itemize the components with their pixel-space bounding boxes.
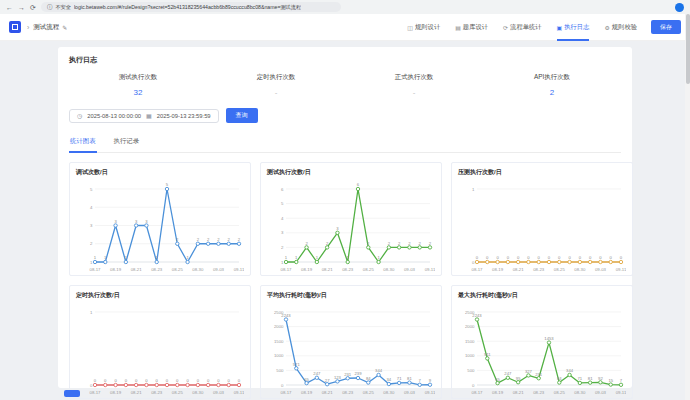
svg-text:2: 2 (90, 241, 93, 246)
site-info-icon[interactable]: ⓘ (47, 4, 53, 11)
svg-text:09-03: 09-03 (404, 389, 416, 394)
svg-text:08-19: 08-19 (301, 389, 313, 394)
metric-label: API执行次数 (483, 73, 621, 82)
svg-text:2243: 2243 (472, 312, 482, 317)
url-bar[interactable]: ⓘ 不安全 logic.betaweb.com/#/ruleDesign?sec… (41, 2, 341, 12)
page-scrollbar[interactable] (685, 14, 690, 400)
metric-value[interactable]: 2 (483, 88, 621, 97)
url-text: logic.betaweb.com/#/ruleDesign?secret=52… (74, 4, 301, 11)
query-button[interactable]: 查询 (226, 108, 258, 123)
svg-text:09-11: 09-11 (234, 389, 244, 394)
svg-text:0: 0 (90, 382, 93, 387)
svg-text:239: 239 (355, 371, 363, 376)
svg-text:2: 2 (228, 237, 231, 242)
scrollbar-thumb[interactable] (686, 14, 690, 84)
nav-item-rule-check[interactable]: ⚙ 规则校验 (604, 14, 637, 41)
refresh-icon: ⟳ (503, 24, 508, 31)
svg-text:08-21: 08-21 (322, 389, 334, 394)
svg-text:08-19: 08-19 (301, 266, 313, 271)
date-start[interactable]: 2025-08-13 00:00:00 (87, 113, 141, 119)
floating-action-button[interactable] (64, 390, 80, 397)
browser-avatar[interactable] (675, 3, 684, 12)
line-chart[interactable]: 0500100015002000250008-1708-1908-2108-23… (267, 301, 435, 396)
breadcrumb[interactable]: 测试流程 (33, 23, 59, 32)
svg-text:08-17: 08-17 (90, 266, 102, 271)
svg-text:0: 0 (281, 382, 284, 387)
nav-item-flow-stats[interactable]: ⟳ 流程单统计 (503, 14, 542, 41)
line-chart[interactable]: 0108-1708-1908-2108-2308-2508-3009-0309-… (76, 301, 244, 396)
svg-text:92: 92 (598, 375, 603, 380)
chart-title: 调试次数/日 (76, 168, 244, 177)
svg-text:0: 0 (476, 255, 479, 260)
line-chart[interactable]: 1234508-1708-1908-2108-2308-2508-3009-03… (76, 178, 244, 273)
app-logo-mark (12, 24, 18, 30)
svg-text:500: 500 (467, 368, 475, 373)
nav-item-question-design[interactable]: ▤ 题库设计 (455, 14, 488, 41)
tab-statistics-charts[interactable]: 统计图表 (69, 133, 97, 153)
svg-text:08-23: 08-23 (151, 266, 163, 271)
svg-text:08-30: 08-30 (383, 266, 395, 271)
edit-icon[interactable]: ✎ (62, 24, 67, 31)
svg-text:0: 0 (217, 378, 220, 383)
svg-text:344: 344 (566, 368, 574, 373)
svg-text:0: 0 (114, 378, 117, 383)
chart-title: 定时执行次数/日 (76, 291, 244, 300)
date-end[interactable]: 2025-09-13 23:59:59 (157, 113, 211, 119)
svg-text:2: 2 (238, 237, 241, 242)
svg-text:2: 2 (217, 237, 220, 242)
metric-formal-executions: 正式执行次数 - (345, 73, 483, 97)
line-chart-svg: 0108-1708-1908-2108-2308-2508-3009-0309-… (458, 178, 626, 273)
app-logo[interactable] (9, 21, 21, 33)
svg-text:4: 4 (281, 215, 284, 220)
svg-text:08-25: 08-25 (554, 266, 566, 271)
svg-text:09-11: 09-11 (425, 389, 435, 394)
chart-title: 压测执行次数/日 (458, 168, 626, 177)
grid-icon: ◫ (407, 24, 413, 31)
svg-text:0: 0 (228, 378, 231, 383)
security-label: 不安全 (55, 4, 71, 11)
svg-text:08-19: 08-19 (492, 266, 504, 271)
page-title: 执行日志 (69, 55, 621, 65)
svg-text:571: 571 (293, 361, 301, 366)
svg-text:0: 0 (94, 378, 97, 383)
line-chart[interactable]: 12345608-1708-1908-2108-2308-2508-3009-0… (267, 178, 435, 273)
metric-label: 测试执行次数 (69, 73, 207, 82)
top-nav: ◫ 规则设计 ▤ 题库设计 ⟳ 流程单统计 ▣ 执行日志 ⚙ 规则校验 (407, 14, 637, 41)
svg-text:08-17: 08-17 (90, 389, 102, 394)
svg-text:0: 0 (472, 382, 475, 387)
line-chart-svg: 0108-1708-1908-2108-2308-2508-3009-0309-… (76, 301, 244, 396)
svg-text:2000: 2000 (465, 324, 475, 329)
metric-value[interactable]: 32 (69, 88, 207, 97)
svg-text:08-23: 08-23 (342, 266, 354, 271)
svg-text:65: 65 (304, 376, 309, 381)
forward-icon[interactable]: → (18, 4, 25, 11)
svg-text:08-19: 08-19 (492, 389, 504, 394)
metrics-row: 测试执行次数 32 定时执行次数 - 正式执行次数 - API执行次数 2 (69, 73, 621, 97)
metric-scheduled-executions: 定时执行次数 - (207, 73, 345, 97)
nav-item-execution-log[interactable]: ▣ 执行日志 (557, 14, 590, 41)
svg-text:7: 7 (419, 378, 422, 383)
svg-text:08-21: 08-21 (322, 266, 334, 271)
tab-execution-records[interactable]: 执行记录 (113, 133, 141, 153)
svg-text:2: 2 (367, 240, 370, 245)
svg-text:3: 3 (135, 218, 138, 223)
app-header: › 测试流程 ✎ ◫ 规则设计 ▤ 题库设计 ⟳ 流程单统计 ▣ 执行日志 ⚙ … (0, 14, 690, 41)
svg-text:0: 0 (599, 255, 602, 260)
svg-text:09-11: 09-11 (616, 266, 626, 271)
back-icon[interactable]: ← (6, 4, 13, 11)
date-range-picker[interactable]: ◷ 2025-08-13 00:00:00 ▦ 2025-09-13 23:59… (69, 109, 219, 123)
svg-text:3: 3 (281, 230, 284, 235)
svg-text:0: 0 (527, 255, 530, 260)
save-button[interactable]: 保存 (651, 20, 681, 34)
line-chart[interactable]: 0108-1708-1908-2108-2308-2508-3009-0309-… (458, 178, 626, 273)
line-chart[interactable]: 0500100015002000250008-1708-1908-2108-23… (458, 301, 626, 396)
svg-text:08-21: 08-21 (131, 389, 143, 394)
nav-item-rule-design[interactable]: ◫ 规则设计 (407, 14, 440, 41)
reload-icon[interactable]: ⟳ (30, 4, 36, 11)
chart-scheduled-exec-count: 定时执行次数/日 0108-1708-1908-2108-2308-2508-3… (69, 285, 251, 399)
clock-icon: ◷ (77, 112, 82, 119)
svg-text:08-23: 08-23 (533, 389, 545, 394)
svg-text:2: 2 (388, 240, 391, 245)
svg-text:08-17: 08-17 (472, 389, 484, 394)
svg-text:65: 65 (495, 376, 500, 381)
